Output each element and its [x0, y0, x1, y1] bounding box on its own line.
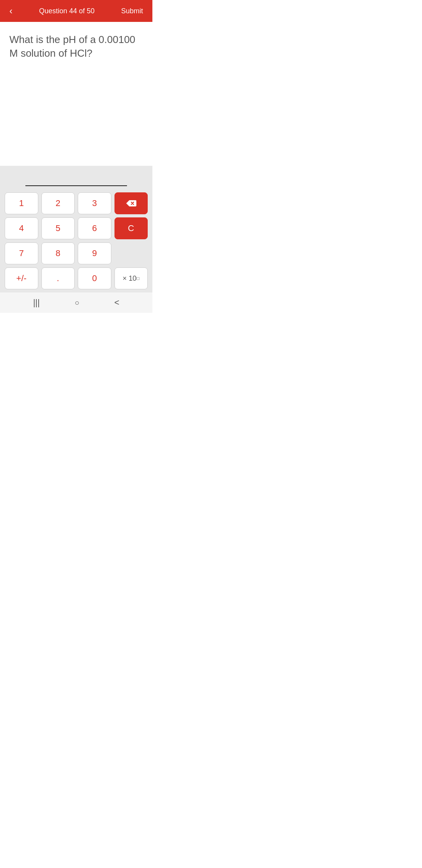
key-5[interactable]: 5 [41, 217, 75, 239]
empty-cell-3 [114, 242, 148, 264]
nav-home-icon[interactable]: ○ [68, 295, 86, 310]
delete-button[interactable] [114, 192, 148, 214]
key-9[interactable]: 9 [78, 242, 111, 264]
key-0[interactable]: 0 [78, 267, 111, 289]
header: ‹ Question 44 of 50 Submit [0, 0, 152, 22]
input-container [5, 172, 148, 186]
keypad: 1 2 3 4 5 6 C 7 8 9 +/- . 0 × 10□ [5, 192, 148, 289]
key-plus-minus[interactable]: +/- [5, 267, 38, 289]
key-decimal[interactable]: . [41, 267, 75, 289]
clear-button[interactable]: C [114, 217, 148, 239]
submit-button[interactable]: Submit [118, 4, 146, 18]
question-text: What is the pH of a 0.00100 M solution o… [9, 33, 143, 60]
question-area: What is the pH of a 0.00100 M solution o… [0, 22, 152, 166]
nav-bar: ||| ○ < [0, 292, 152, 313]
key-7[interactable]: 7 [5, 242, 38, 264]
answer-input[interactable] [25, 172, 127, 186]
key-3[interactable]: 3 [78, 192, 111, 214]
key-2[interactable]: 2 [41, 192, 75, 214]
question-progress: Question 44 of 50 [16, 7, 118, 15]
key-4[interactable]: 4 [5, 217, 38, 239]
key-8[interactable]: 8 [41, 242, 75, 264]
nav-back-icon[interactable]: < [108, 294, 125, 311]
back-button[interactable]: ‹ [6, 3, 16, 19]
key-1[interactable]: 1 [5, 192, 38, 214]
nav-menu-icon[interactable]: ||| [27, 294, 46, 311]
x10-button[interactable]: × 10□ [114, 267, 148, 289]
keyboard-area: 1 2 3 4 5 6 C 7 8 9 +/- . 0 × 10□ [0, 166, 152, 292]
key-6[interactable]: 6 [78, 217, 111, 239]
